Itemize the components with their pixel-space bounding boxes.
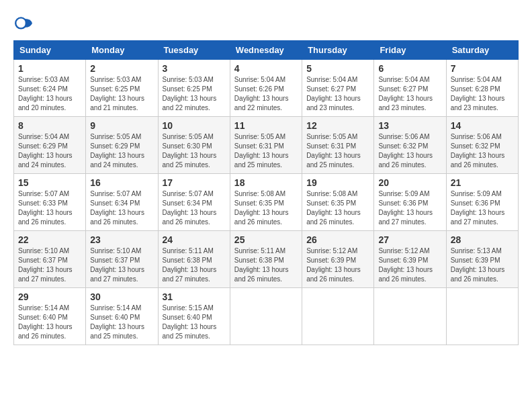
day-info: Sunrise: 5:09 AM Sunset: 6:36 PM Dayligh… <box>378 189 441 227</box>
day-number: 1 <box>18 63 81 74</box>
day-number: 19 <box>306 177 369 188</box>
day-number: 25 <box>234 234 298 245</box>
calendar-cell: 22 Sunrise: 5:10 AM Sunset: 6:37 PM Dayl… <box>14 231 86 288</box>
header-sunday: Sunday <box>14 41 86 60</box>
calendar-header-row: SundayMondayTuesdayWednesdayThursdayFrid… <box>14 41 519 60</box>
calendar-cell: 19 Sunrise: 5:08 AM Sunset: 6:35 PM Dayl… <box>302 174 374 231</box>
day-info: Sunrise: 5:12 AM Sunset: 6:39 PM Dayligh… <box>306 246 369 284</box>
calendar-cell: 23 Sunrise: 5:10 AM Sunset: 6:37 PM Dayl… <box>86 231 158 288</box>
calendar-cell: 31 Sunrise: 5:15 AM Sunset: 6:40 PM Dayl… <box>158 288 230 345</box>
day-info: Sunrise: 5:04 AM Sunset: 6:28 PM Dayligh… <box>451 75 514 113</box>
day-number: 2 <box>90 63 153 74</box>
day-info: Sunrise: 5:11 AM Sunset: 6:38 PM Dayligh… <box>234 246 298 284</box>
header-thursday: Thursday <box>302 41 374 60</box>
calendar-week-5: 29 Sunrise: 5:14 AM Sunset: 6:40 PM Dayl… <box>14 288 519 345</box>
calendar-cell: 29 Sunrise: 5:14 AM Sunset: 6:40 PM Dayl… <box>14 288 86 345</box>
header-saturday: Saturday <box>446 41 518 60</box>
calendar-cell: 4 Sunrise: 5:04 AM Sunset: 6:26 PM Dayli… <box>230 60 302 117</box>
calendar-cell: 9 Sunrise: 5:05 AM Sunset: 6:29 PM Dayli… <box>86 117 158 174</box>
day-number: 27 <box>378 234 441 245</box>
day-info: Sunrise: 5:08 AM Sunset: 6:35 PM Dayligh… <box>306 189 369 227</box>
day-info: Sunrise: 5:15 AM Sunset: 6:40 PM Dayligh… <box>163 304 226 341</box>
day-info: Sunrise: 5:09 AM Sunset: 6:36 PM Dayligh… <box>451 189 514 227</box>
calendar-cell: 26 Sunrise: 5:12 AM Sunset: 6:39 PM Dayl… <box>302 231 374 288</box>
calendar-week-2: 8 Sunrise: 5:04 AM Sunset: 6:29 PM Dayli… <box>14 117 519 174</box>
calendar-cell: 6 Sunrise: 5:04 AM Sunset: 6:27 PM Dayli… <box>374 60 446 117</box>
calendar-cell: 12 Sunrise: 5:05 AM Sunset: 6:31 PM Dayl… <box>302 117 374 174</box>
day-info: Sunrise: 5:04 AM Sunset: 6:29 PM Dayligh… <box>18 132 81 170</box>
day-number: 17 <box>163 177 226 188</box>
day-number: 16 <box>90 177 153 188</box>
calendar-cell: 16 Sunrise: 5:07 AM Sunset: 6:34 PM Dayl… <box>86 174 158 231</box>
day-info: Sunrise: 5:03 AM Sunset: 6:25 PM Dayligh… <box>163 75 226 113</box>
day-number: 12 <box>306 120 369 131</box>
calendar-cell: 14 Sunrise: 5:06 AM Sunset: 6:32 PM Dayl… <box>446 117 518 174</box>
header-tuesday: Tuesday <box>158 41 230 60</box>
day-number: 26 <box>306 234 369 245</box>
calendar-cell: 28 Sunrise: 5:13 AM Sunset: 6:39 PM Dayl… <box>446 231 518 288</box>
calendar-cell: 3 Sunrise: 5:03 AM Sunset: 6:25 PM Dayli… <box>158 60 230 117</box>
day-info: Sunrise: 5:05 AM Sunset: 6:31 PM Dayligh… <box>234 132 298 170</box>
day-info: Sunrise: 5:07 AM Sunset: 6:34 PM Dayligh… <box>163 189 226 227</box>
logo <box>13 13 38 35</box>
header <box>13 13 519 35</box>
calendar-cell <box>230 288 302 345</box>
calendar-cell: 17 Sunrise: 5:07 AM Sunset: 6:34 PM Dayl… <box>158 174 230 231</box>
calendar-cell: 1 Sunrise: 5:03 AM Sunset: 6:24 PM Dayli… <box>14 60 86 117</box>
day-info: Sunrise: 5:11 AM Sunset: 6:38 PM Dayligh… <box>163 246 226 284</box>
day-info: Sunrise: 5:14 AM Sunset: 6:40 PM Dayligh… <box>18 304 81 341</box>
calendar-cell: 8 Sunrise: 5:04 AM Sunset: 6:29 PM Dayli… <box>14 117 86 174</box>
day-info: Sunrise: 5:03 AM Sunset: 6:25 PM Dayligh… <box>90 75 153 113</box>
day-number: 7 <box>451 63 514 74</box>
day-number: 15 <box>18 177 81 188</box>
day-number: 22 <box>18 234 81 245</box>
calendar-cell: 2 Sunrise: 5:03 AM Sunset: 6:25 PM Dayli… <box>86 60 158 117</box>
day-info: Sunrise: 5:08 AM Sunset: 6:35 PM Dayligh… <box>234 189 298 227</box>
day-info: Sunrise: 5:14 AM Sunset: 6:40 PM Dayligh… <box>90 304 153 341</box>
day-number: 30 <box>90 291 153 302</box>
calendar-cell <box>374 288 446 345</box>
day-info: Sunrise: 5:04 AM Sunset: 6:27 PM Dayligh… <box>306 75 369 113</box>
day-info: Sunrise: 5:05 AM Sunset: 6:29 PM Dayligh… <box>90 132 153 170</box>
calendar-cell: 30 Sunrise: 5:14 AM Sunset: 6:40 PM Dayl… <box>86 288 158 345</box>
header-monday: Monday <box>86 41 158 60</box>
day-number: 20 <box>378 177 441 188</box>
day-info: Sunrise: 5:05 AM Sunset: 6:31 PM Dayligh… <box>306 132 369 170</box>
calendar-cell <box>446 288 518 345</box>
logo-icon <box>13 13 35 35</box>
day-info: Sunrise: 5:06 AM Sunset: 6:32 PM Dayligh… <box>378 132 441 170</box>
calendar-week-1: 1 Sunrise: 5:03 AM Sunset: 6:24 PM Dayli… <box>14 60 519 117</box>
calendar-week-3: 15 Sunrise: 5:07 AM Sunset: 6:33 PM Dayl… <box>14 174 519 231</box>
calendar-week-4: 22 Sunrise: 5:10 AM Sunset: 6:37 PM Dayl… <box>14 231 519 288</box>
day-number: 14 <box>451 120 514 131</box>
header-friday: Friday <box>374 41 446 60</box>
day-info: Sunrise: 5:06 AM Sunset: 6:32 PM Dayligh… <box>451 132 514 170</box>
day-number: 3 <box>163 63 226 74</box>
day-number: 9 <box>90 120 153 131</box>
svg-point-0 <box>15 17 26 28</box>
day-number: 28 <box>451 234 514 245</box>
calendar-cell: 27 Sunrise: 5:12 AM Sunset: 6:39 PM Dayl… <box>374 231 446 288</box>
day-number: 29 <box>18 291 81 302</box>
calendar-cell: 24 Sunrise: 5:11 AM Sunset: 6:38 PM Dayl… <box>158 231 230 288</box>
calendar-cell: 10 Sunrise: 5:05 AM Sunset: 6:30 PM Dayl… <box>158 117 230 174</box>
calendar-cell: 5 Sunrise: 5:04 AM Sunset: 6:27 PM Dayli… <box>302 60 374 117</box>
day-info: Sunrise: 5:13 AM Sunset: 6:39 PM Dayligh… <box>451 246 514 284</box>
day-info: Sunrise: 5:04 AM Sunset: 6:27 PM Dayligh… <box>378 75 441 113</box>
calendar-cell: 7 Sunrise: 5:04 AM Sunset: 6:28 PM Dayli… <box>446 60 518 117</box>
day-number: 21 <box>451 177 514 188</box>
calendar-cell: 21 Sunrise: 5:09 AM Sunset: 6:36 PM Dayl… <box>446 174 518 231</box>
calendar-cell: 13 Sunrise: 5:06 AM Sunset: 6:32 PM Dayl… <box>374 117 446 174</box>
day-number: 4 <box>234 63 298 74</box>
day-number: 11 <box>234 120 298 131</box>
calendar-cell: 20 Sunrise: 5:09 AM Sunset: 6:36 PM Dayl… <box>374 174 446 231</box>
day-info: Sunrise: 5:04 AM Sunset: 6:26 PM Dayligh… <box>234 75 298 113</box>
day-number: 31 <box>163 291 226 302</box>
day-info: Sunrise: 5:12 AM Sunset: 6:39 PM Dayligh… <box>378 246 441 284</box>
day-info: Sunrise: 5:07 AM Sunset: 6:33 PM Dayligh… <box>18 189 81 227</box>
day-info: Sunrise: 5:10 AM Sunset: 6:37 PM Dayligh… <box>90 246 153 284</box>
day-number: 5 <box>306 63 369 74</box>
day-info: Sunrise: 5:05 AM Sunset: 6:30 PM Dayligh… <box>163 132 226 170</box>
day-number: 10 <box>163 120 226 131</box>
day-info: Sunrise: 5:10 AM Sunset: 6:37 PM Dayligh… <box>18 246 81 284</box>
